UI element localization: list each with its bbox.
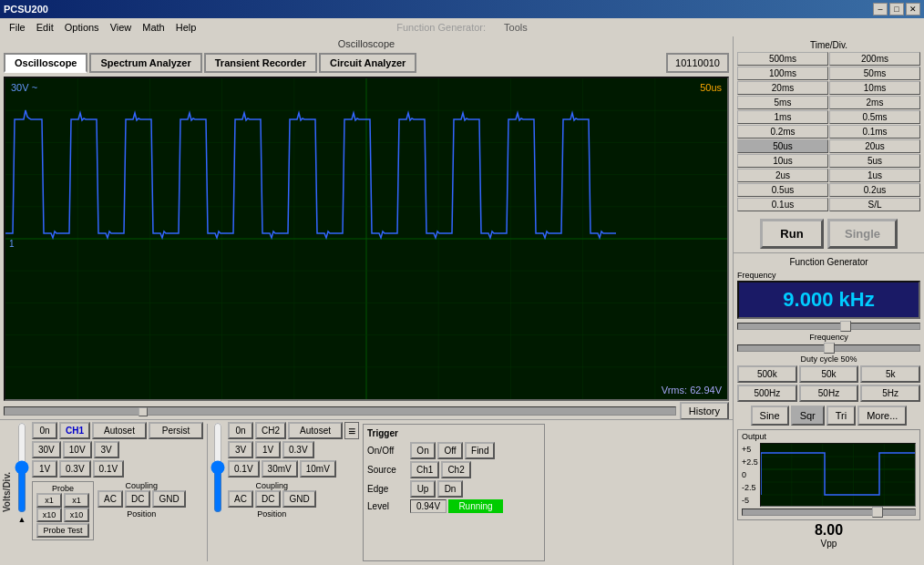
td-200ms[interactable]: 200ms	[829, 52, 920, 66]
scroll-track[interactable]	[4, 406, 676, 416]
td-50us[interactable]: 50us	[737, 139, 828, 153]
ch1-position-slider[interactable]	[15, 422, 28, 513]
history-button[interactable]: History	[680, 402, 729, 420]
td-20us[interactable]: 20us	[829, 139, 920, 153]
ch1-03v[interactable]: 0.3V	[59, 460, 91, 478]
fg-quick-btns: 500k 50k 5k 500Hz 50Hz 5Hz	[737, 365, 920, 402]
menu-help[interactable]: Help	[170, 20, 202, 35]
wave-sqr[interactable]: Sqr	[791, 406, 825, 426]
td-5ms[interactable]: 5ms	[737, 96, 828, 109]
duty-slider[interactable]	[737, 344, 920, 352]
ch1-probe-x10b[interactable]: x10	[64, 508, 89, 522]
close-button[interactable]: ✕	[906, 3, 920, 15]
ch1-probe-test[interactable]: Probe Test	[36, 523, 89, 538]
menu-file[interactable]: File	[4, 20, 31, 35]
ch2-label-button[interactable]: CH2	[255, 422, 286, 439]
ch1-ac[interactable]: AC	[98, 490, 123, 508]
freq-display[interactable]: 9.000 kHz	[737, 281, 920, 319]
td-01us[interactable]: 0.1us	[737, 198, 828, 211]
wave-more[interactable]: More...	[857, 406, 907, 426]
freq-500hz[interactable]: 500Hz	[737, 385, 797, 402]
tab-spectrum[interactable]: Spectrum Analyzer	[89, 53, 201, 73]
freq-slider[interactable]	[737, 323, 920, 330]
tab-transient[interactable]: Transient Recorder	[204, 53, 317, 73]
td-5us[interactable]: 5us	[829, 154, 920, 168]
freq-5k[interactable]: 5k	[860, 365, 920, 383]
ch2-dc[interactable]: DC	[255, 490, 281, 508]
freq-50hz[interactable]: 50Hz	[799, 385, 859, 402]
ch1-probe-x1[interactable]: x1	[36, 493, 62, 508]
ch2-ac[interactable]: AC	[228, 490, 253, 508]
menu-options[interactable]: Options	[59, 20, 105, 35]
ch1-01v[interactable]: 0.1V	[93, 460, 125, 478]
amplitude-slider[interactable]	[742, 508, 916, 516]
td-01ms[interactable]: 0.1ms	[829, 125, 920, 139]
tools-label[interactable]: Tools	[504, 22, 528, 33]
maximize-button[interactable]: □	[889, 3, 904, 15]
waveform-row: Sine Sqr Tri More...	[737, 406, 920, 426]
wave-sine[interactable]: Sine	[751, 406, 789, 426]
wave-tri[interactable]: Tri	[826, 406, 856, 426]
td-10ms[interactable]: 10ms	[829, 81, 920, 95]
run-button[interactable]: Run	[760, 219, 824, 249]
menu-math[interactable]: Math	[137, 20, 169, 35]
td-1us[interactable]: 1us	[829, 169, 920, 182]
td-02ms[interactable]: 0.2ms	[737, 125, 828, 139]
ch2-on-button[interactable]: 0n	[228, 422, 253, 439]
ch2-1v[interactable]: 1V	[255, 441, 281, 458]
freq-500k[interactable]: 500k	[737, 365, 797, 383]
ch2-3v[interactable]: 3V	[228, 441, 253, 458]
td-1ms[interactable]: 1ms	[737, 110, 828, 124]
ch2-gnd[interactable]: GND	[282, 490, 315, 508]
td-20ms[interactable]: 20ms	[737, 81, 828, 95]
tab-circuit[interactable]: Circuit Analyzer	[319, 53, 416, 73]
td-2us[interactable]: 2us	[737, 169, 828, 182]
ch2-03v[interactable]: 0.3V	[282, 441, 314, 458]
ch2-10mv[interactable]: 10mV	[300, 460, 336, 478]
td-02us[interactable]: 0.2us	[829, 183, 920, 197]
ch1-autoset-button[interactable]: Autoset	[92, 422, 147, 439]
ch1-30v[interactable]: 30V	[32, 441, 61, 458]
ch1-3v[interactable]: 3V	[94, 441, 119, 458]
main-container: Oscilloscope Oscilloscope Spectrum Analy…	[0, 36, 924, 565]
td-sl[interactable]: S/L	[829, 198, 920, 211]
freq-5hz[interactable]: 5Hz	[860, 385, 920, 402]
ch1-probe-x1b[interactable]: x1	[64, 493, 89, 508]
td-05ms[interactable]: 0.5ms	[829, 110, 920, 124]
td-500ms[interactable]: 500ms	[737, 52, 828, 66]
bottom-controls: Volts/Div. ▲ 0n CH1 Autoset Persist 30V …	[0, 419, 733, 565]
ch1-dc[interactable]: DC	[125, 490, 150, 508]
ch1-1v[interactable]: 1V	[32, 460, 57, 478]
td-05us[interactable]: 0.5us	[737, 183, 828, 197]
trigger-ch1-btn[interactable]: Ch1	[410, 461, 439, 478]
ch2-resize-handle[interactable]: ≡	[344, 422, 359, 439]
menu-view[interactable]: View	[105, 20, 138, 35]
td-2ms[interactable]: 2ms	[829, 96, 920, 109]
ch1-probe-x10[interactable]: x10	[36, 508, 62, 522]
scroll-thumb[interactable]	[139, 407, 148, 416]
ch1-10v[interactable]: 10V	[63, 441, 92, 458]
minimize-button[interactable]: –	[873, 3, 888, 15]
ch1-on-button[interactable]: 0n	[32, 422, 57, 439]
ch2-30mv[interactable]: 30mV	[262, 460, 298, 478]
trigger-dn-btn[interactable]: Dn	[437, 480, 463, 498]
trigger-up-btn[interactable]: Up	[410, 480, 436, 498]
trigger-off-btn[interactable]: Off	[437, 442, 463, 459]
ch1-persist-button[interactable]: Persist	[149, 422, 203, 439]
tab-oscilloscope[interactable]: Oscilloscope	[4, 53, 87, 73]
trigger-on-btn[interactable]: On	[410, 442, 436, 459]
ch2-autoset-button[interactable]: Autoset	[288, 422, 343, 439]
ch1-label-button[interactable]: CH1	[59, 422, 90, 439]
trigger-find-btn[interactable]: Find	[465, 442, 495, 459]
freq-50k[interactable]: 50k	[799, 365, 859, 383]
ch2-01v[interactable]: 0.1V	[228, 460, 260, 478]
td-10us[interactable]: 10us	[737, 154, 828, 168]
ch2-position-slider[interactable]	[211, 422, 224, 513]
tab-digital[interactable]: 10110010	[666, 53, 729, 73]
td-100ms[interactable]: 100ms	[737, 67, 828, 80]
td-50ms[interactable]: 50ms	[829, 67, 920, 80]
trigger-ch2-btn[interactable]: Ch2	[441, 461, 470, 478]
ch1-gnd[interactable]: GND	[152, 490, 185, 508]
single-button[interactable]: Single	[827, 219, 898, 249]
menu-edit[interactable]: Edit	[31, 20, 59, 35]
